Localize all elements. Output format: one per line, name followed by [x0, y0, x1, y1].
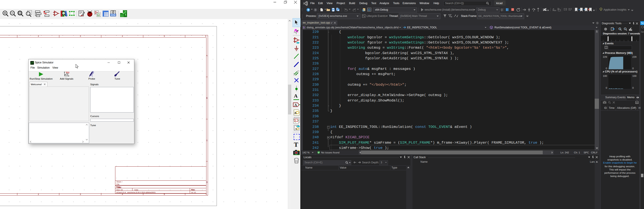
svg-text:A: A	[295, 128, 297, 130]
svg-text:A: A	[294, 111, 296, 115]
svg-text:V(t): V(t)	[66, 72, 69, 74]
svg-text:A: A	[294, 103, 297, 107]
svg-text:?: ?	[630, 27, 632, 29]
